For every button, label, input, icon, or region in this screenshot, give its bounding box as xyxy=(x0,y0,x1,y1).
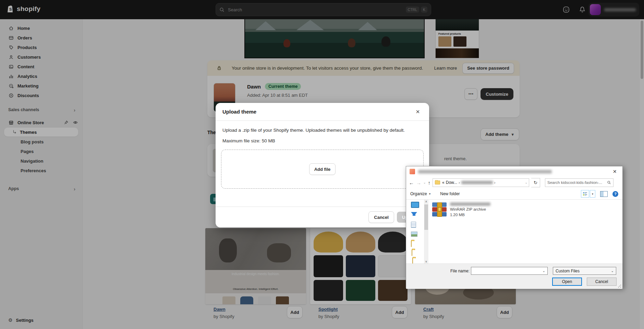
select-dropdown-icon: ⌄ xyxy=(611,269,616,273)
modal-title: Upload theme xyxy=(222,109,256,115)
preview-pane-icon[interactable] xyxy=(600,191,608,197)
up-icon[interactable]: ↑ xyxy=(428,180,431,186)
file-type: WinRAR ZIP archive xyxy=(450,207,490,211)
buckle-shape xyxy=(438,207,441,211)
scroll-down-icon[interactable]: ∨ xyxy=(424,260,428,263)
redacted-dialog-title xyxy=(418,170,552,174)
file-size: 1.20 MB xyxy=(450,213,490,217)
dialog-command-bar: Organize ▾ New folder ▾ ? xyxy=(406,188,622,200)
scroll-up-icon[interactable]: ∧ xyxy=(424,200,428,203)
address-prefix: « xyxy=(442,180,445,185)
details-view-icon xyxy=(583,192,587,196)
tree-scrollbar-thumb[interactable] xyxy=(424,204,428,230)
file-name-combobox[interactable]: ⌄ xyxy=(471,267,548,275)
dialog-body: ∧ ∨ WinRAR ZIP archive 1.20 MB xyxy=(406,200,622,263)
forward-icon[interactable]: → xyxy=(416,180,421,186)
add-file-button[interactable]: Add file xyxy=(309,163,336,175)
modal-description: Upload a .zip file of your Shopify theme… xyxy=(222,128,424,133)
dialog-app-icon xyxy=(410,169,415,174)
modal-body: Upload a .zip file of your Shopify theme… xyxy=(216,121,429,207)
new-folder-button[interactable]: New folder xyxy=(440,191,460,196)
winrar-archive-icon xyxy=(432,202,447,217)
open-button[interactable]: Open xyxy=(552,278,582,286)
documents-icon[interactable] xyxy=(411,222,416,228)
folder-icon[interactable] xyxy=(412,249,412,256)
modal-footer: Cancel Upload xyxy=(216,207,429,227)
combobox-dropdown-icon[interactable]: ⌄ xyxy=(543,269,547,273)
navigation-pane[interactable] xyxy=(406,200,424,263)
modal-header: Upload theme ✕ xyxy=(216,103,429,121)
file-type-select[interactable]: Custom Files ⌄ xyxy=(553,267,616,275)
dialog-titlebar[interactable]: ✕ xyxy=(406,166,622,177)
dialog-search-box[interactable]: Search kidscool-kids-fashion-... xyxy=(545,178,613,187)
file-details: WinRAR ZIP archive 1.20 MB xyxy=(450,202,490,217)
close-icon[interactable]: ✕ xyxy=(413,107,422,116)
redacted-file-name xyxy=(450,202,490,206)
desktop-icon[interactable] xyxy=(411,202,419,208)
view-mode-dropdown-icon[interactable]: ▾ xyxy=(590,190,595,198)
dialog-cancel-button[interactable]: Cancel xyxy=(587,278,617,286)
screen: S shopify CTRL K Home xyxy=(0,0,644,329)
file-type-value: Custom Files xyxy=(556,269,580,273)
modal-cancel-button[interactable]: Cancel xyxy=(368,211,394,223)
file-name-label: File name: xyxy=(450,269,470,273)
address-crumb-downloads[interactable]: Dow... xyxy=(446,180,457,185)
address-bar[interactable]: « Dow... › › ⌄ xyxy=(433,178,529,187)
pictures-icon[interactable] xyxy=(411,232,417,237)
file-list-item[interactable]: WinRAR ZIP archive 1.20 MB xyxy=(432,202,490,217)
back-icon[interactable]: ← xyxy=(409,180,414,186)
tree-scrollbar[interactable]: ∧ ∨ xyxy=(424,200,428,263)
organize-dropdown-icon: ▾ xyxy=(429,192,431,196)
refresh-icon[interactable]: ↻ xyxy=(531,178,540,187)
folder-icon[interactable] xyxy=(411,240,412,247)
upload-theme-modal: Upload theme ✕ Upload a .zip file of you… xyxy=(216,103,429,227)
crumb-separator-icon: › xyxy=(459,180,460,185)
dialog-footer: File name: ⌄ Custom Files ⌄ Open Cancel xyxy=(406,263,622,289)
dialog-navbar: ← → ⌄ ↑ « Dow... › › ⌄ ↻ Search kidscool… xyxy=(406,177,622,188)
history-chevron-icon[interactable]: ⌄ xyxy=(423,181,426,184)
dialog-close-icon[interactable]: ✕ xyxy=(607,167,622,177)
windows-open-dialog: ✕ ← → ⌄ ↑ « Dow... › › ⌄ ↻ Search kidsco… xyxy=(406,166,623,288)
help-icon[interactable]: ? xyxy=(612,191,618,197)
address-dropdown-icon[interactable]: ⌄ xyxy=(525,181,528,184)
view-mode-button[interactable] xyxy=(581,190,589,198)
view-controls: ▾ ? xyxy=(581,190,618,198)
redacted-folder-name xyxy=(461,181,493,184)
search-text: Search kidscool-kids-fashion-... xyxy=(547,180,607,185)
modal-max-size: Maximum file size: 50 MB xyxy=(222,138,424,143)
file-dropzone[interactable]: Add file xyxy=(221,150,424,189)
folder-icon xyxy=(435,180,440,184)
file-name-input[interactable] xyxy=(471,269,543,273)
resize-grip[interactable] xyxy=(618,284,621,288)
downloads-icon[interactable] xyxy=(411,212,417,216)
magnifier-icon xyxy=(607,180,611,185)
crumb-separator-icon: › xyxy=(494,180,496,185)
organize-button[interactable]: Organize xyxy=(410,191,427,196)
